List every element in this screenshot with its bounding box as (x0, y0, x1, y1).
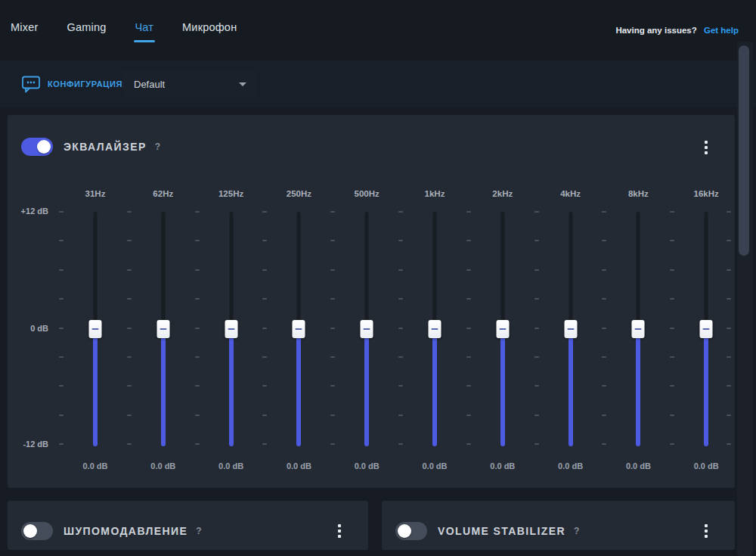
eq-scale-tick (727, 269, 731, 271)
tab-mixer[interactable]: Mixer (9, 17, 39, 44)
configuration-dropdown[interactable]: Default (123, 70, 257, 98)
volume-stabilizer-menu-button[interactable] (700, 522, 712, 540)
eq-scale-tick (59, 356, 64, 358)
tab-gaming[interactable]: Gaming (65, 17, 107, 44)
noise-suppression-help-icon[interactable]: ? (196, 526, 201, 536)
kebab-icon (338, 530, 341, 533)
axis-label-zero: 0 dB (15, 324, 48, 333)
eq-slider-track[interactable] (161, 212, 165, 329)
eq-slider-track[interactable] (433, 212, 437, 329)
volume-stabilizer-help-icon[interactable]: ? (574, 526, 579, 536)
eq-slider-fill[interactable] (704, 329, 708, 446)
eq-scale-tick (398, 415, 403, 416)
noise-suppression-menu-button[interactable] (333, 522, 345, 540)
eq-band-250Hz: 250Hz0.0 dB (265, 115, 333, 488)
eq-slider-track[interactable] (297, 212, 301, 329)
noise-suppression-panel: ШУПОМОДАВЛЕНИЕ ? (8, 501, 368, 550)
help-prompt: Having any issues? (615, 26, 696, 35)
eq-slider-fill[interactable] (93, 329, 98, 446)
scrollbar-track[interactable] (737, 42, 753, 556)
eq-scale-tick (466, 269, 471, 271)
tab-chat[interactable]: Чат (133, 17, 155, 44)
eq-slider-fill[interactable] (161, 329, 166, 446)
eq-slider-handle[interactable] (89, 320, 102, 338)
eq-slider-handle-grip (703, 328, 710, 331)
eq-scale-tick (670, 211, 674, 213)
eq-scale-tick (466, 356, 471, 358)
eq-slider-track[interactable] (229, 212, 233, 329)
eq-slider-handle[interactable] (700, 320, 713, 338)
eq-scale-tick (534, 298, 539, 300)
tab-mixer-label: Mixer (11, 21, 38, 33)
eq-scale-tick (727, 356, 731, 358)
eq-band-value: 0.0 dB (469, 461, 537, 471)
eq-scale-tick (127, 269, 132, 271)
volume-stabilizer-title: VOLUME STABILIZER (438, 525, 565, 537)
eq-slider-handle[interactable] (225, 320, 237, 338)
active-tab-underline (134, 40, 155, 42)
eq-scale-tick (727, 328, 731, 329)
eq-slider-handle[interactable] (293, 320, 305, 338)
eq-scale-tick (602, 328, 606, 329)
eq-scale-tick (466, 298, 471, 300)
eq-slider-handle-grip (92, 328, 99, 331)
eq-slider-track[interactable] (569, 212, 572, 329)
eq-band-freq-label: 8kHz (604, 189, 672, 198)
eq-slider-handle[interactable] (429, 320, 442, 338)
eq-band-500Hz: 500Hz0.0 dB (333, 115, 401, 488)
eq-slider-fill[interactable] (500, 329, 505, 446)
volume-stabilizer-toggle[interactable] (395, 522, 427, 540)
scrollbar-thumb[interactable] (739, 45, 749, 256)
tab-chat-label: Чат (135, 21, 153, 33)
eq-slider-track[interactable] (94, 212, 98, 329)
eq-slider-handle[interactable] (632, 320, 645, 338)
eq-slider-track[interactable] (705, 212, 708, 329)
eq-scale-tick (727, 415, 731, 416)
eq-slider-fill[interactable] (364, 329, 369, 446)
eq-band-freq-label: 62Hz (129, 189, 197, 198)
eq-scale-tick (466, 443, 471, 445)
eq-band-1kHz: 1kHz0.0 dB (401, 115, 469, 488)
eq-slider-handle[interactable] (361, 320, 373, 338)
eq-scale-tick (330, 443, 335, 445)
tab-microphone[interactable]: Микрофон (181, 17, 238, 44)
eq-scale-tick (602, 269, 606, 271)
eq-scale-tick (398, 328, 403, 329)
noise-suppression-title: ШУПОМОДАВЛЕНИЕ (64, 525, 187, 537)
eq-scale-tick (670, 298, 674, 300)
eq-scale-tick (330, 328, 335, 329)
eq-scale-tick (670, 443, 674, 445)
top-navigation: Mixer Gaming Чат Микрофон Having any iss… (0, 0, 756, 61)
noise-suppression-toggle[interactable] (21, 522, 53, 540)
kebab-icon (338, 535, 341, 538)
kebab-icon (705, 530, 708, 533)
axis-label-minus12: -12 dB (15, 440, 48, 449)
eq-scale-tick (534, 211, 539, 213)
eq-slider-handle[interactable] (156, 320, 169, 338)
eq-scale-tick (727, 211, 731, 213)
chevron-down-icon (239, 82, 246, 86)
eq-slider-handle[interactable] (564, 320, 577, 338)
eq-slider-fill[interactable] (229, 329, 234, 446)
eq-slider-track[interactable] (500, 212, 504, 329)
eq-slider-handle-grip (567, 328, 574, 331)
eq-scale-tick (398, 356, 403, 358)
eq-band-freq-label: 4kHz (537, 189, 605, 198)
eq-slider-fill[interactable] (636, 329, 640, 446)
eq-slider-fill[interactable] (432, 329, 437, 446)
eq-scale-tick (330, 269, 335, 271)
get-help-link[interactable]: Get help (704, 26, 739, 35)
eq-band-125Hz: 125Hz0.0 dB (197, 115, 265, 488)
eq-scale-tick (466, 328, 471, 329)
eq-band-31Hz: 31Hz0.0 dB (61, 115, 129, 488)
eq-slider-fill[interactable] (569, 329, 573, 446)
eq-slider-handle-grip (635, 328, 642, 331)
eq-slider-track[interactable] (637, 212, 640, 329)
eq-slider-track[interactable] (365, 212, 369, 329)
eq-band-value: 0.0 dB (672, 461, 740, 471)
eq-slider-handle-grip (228, 328, 234, 331)
eq-band-value: 0.0 dB (537, 461, 605, 471)
eq-band-freq-label: 31Hz (61, 189, 129, 198)
eq-slider-handle[interactable] (496, 320, 509, 338)
eq-slider-fill[interactable] (296, 329, 301, 446)
